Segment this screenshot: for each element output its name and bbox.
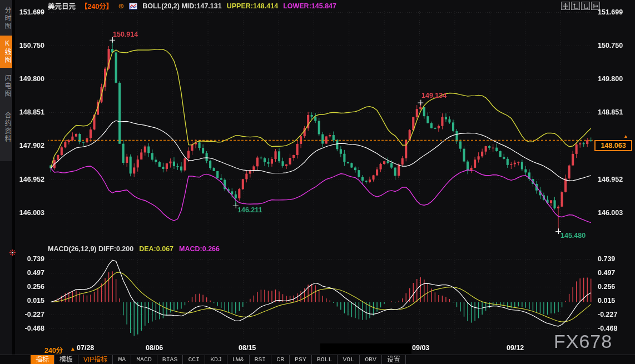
toolbar-item-indicators[interactable]: 指标 [31,355,54,364]
toolbar-item-rsi[interactable]: RSI [250,355,272,364]
price-axis-label: 151.699 [598,8,631,17]
price-axis-label: 147.902 [18,141,44,150]
fx678-watermark: FX678 [554,331,612,352]
symbol-title: 美元日元 [48,1,76,11]
macd-header: MACD(26,12,9) DIFF:0.200 DEA:0.067 MACD:… [48,245,220,253]
indicator-toolbar: 指标 模板 VIP指标 MA MACD BIAS CCI KDJ LW& RSI… [0,355,635,364]
y-axis-scale-icon[interactable] [571,2,580,10]
toolbar-item-settings[interactable]: 设置 [382,355,406,364]
trading-app-window: 分时图 K线图 闪电图 合约资料 美元日元 【240分】 ⊕ BOLL(20,2… [0,0,635,364]
macd-axis-label: 0.256 [598,282,631,291]
toolbar-item-ma[interactable]: MA [113,355,131,364]
price-axis-label: 146.003 [18,208,44,217]
macd-axis-label: 0.739 [598,255,631,263]
toolbar-item-vip-indicators[interactable]: VIP指标 [78,355,113,364]
macd-axis-label: 0.497 [598,268,631,277]
timeframe-selector[interactable]: 240分 [44,345,63,355]
macd-axis-label: 0.497 [18,268,44,277]
timeframe-arrow-icon[interactable]: ▲ [70,346,76,352]
macd-axis-label: 0.015 [18,296,44,305]
price-axis-label: 148.851 [598,108,631,117]
macd-readout: MACD(26,12,9) DIFF:0.200 [48,245,133,253]
pan-icon[interactable] [561,2,570,10]
macd-axis-label: 0.015 [598,296,631,305]
date-axis: 240分 ▲ 07/28 08/06 08/15 09/03 09/12 [0,343,635,355]
macd-axis-label: -0.227 [598,310,631,319]
date-tick-label: 08/15 [239,344,256,352]
price-axis-label: 149.800 [18,74,44,83]
toolbar-item-obv[interactable]: OBV [360,355,382,364]
high-annotation: 150.914 [113,31,138,38]
price-axis-label: 151.699 [18,8,44,17]
macd-axis-label: 0.256 [18,282,44,291]
price-axis-label: 149.800 [598,74,631,83]
date-tick-label: 09/03 [412,344,429,352]
sidebar-item-kline-chart[interactable]: K线图 [0,36,12,68]
price-axis-label: 150.750 [18,41,44,50]
price-axis-label: 150.750 [598,41,631,50]
price-axis-label: 146.952 [18,175,44,184]
toolbar-item-cr[interactable]: CR [271,355,290,364]
toolbar-item-boll[interactable]: BOLL [312,355,338,364]
macd-bar-readout: MACD:0.266 [179,245,220,253]
low-annotation: 145.480 [560,232,586,240]
collapse-indicator-icon[interactable]: ⊕ [118,2,124,10]
toolbar-item-cci[interactable]: CCI [183,355,205,364]
toolbar-item-templates[interactable]: 模板 [54,355,78,364]
price-axis-label: 148.851 [18,108,44,117]
sidebar-item-time-chart[interactable]: 分时图 [0,3,12,33]
date-tick-label: 08/06 [146,344,163,352]
boll-readout: BOLL(20,2) MID:147.131 [142,2,221,10]
macd-axis-label: -0.468 [18,324,44,333]
date-tick-label: 07/28 [77,344,94,352]
alert-flash-icon[interactable] [9,248,16,258]
interval-tag: 【240分】 [81,1,113,11]
sidebar-divider [12,0,15,364]
boll-upper-readout: UPPER:148.414 [227,2,278,10]
mini-chart-icon [129,3,137,9]
last-price-badge: 148.063 [594,140,632,151]
price-up-arrow-icon: ▲ [623,133,628,139]
price-axis-label: 146.003 [598,208,631,217]
boll-lower-readout: LOWER:145.847 [283,2,336,10]
sidebar-item-flash-chart[interactable]: 闪电图 [0,71,12,101]
macd-axis-label: 0.739 [18,255,44,263]
toolbar-item-lwr[interactable]: LW& [227,355,250,364]
price-macd-chart-canvas[interactable] [0,0,635,364]
toolbar-item-vol[interactable]: VOL [338,355,360,364]
chart-tool-buttons [561,2,600,10]
toolbar-item-psy[interactable]: PSY [290,355,312,364]
date-axis-mask [320,343,411,354]
low-annotation: 146.211 [237,206,262,214]
x-axis-scale-icon[interactable] [581,2,590,10]
toolbar-item-kdj[interactable]: KDJ [205,355,227,364]
high-annotation: 149.134 [421,92,447,99]
macd-axis-label: -0.227 [18,310,44,319]
sidebar-item-contract-info[interactable]: 合约资料 [0,107,12,148]
macd-dea-readout: DEA:0.067 [139,245,173,253]
toolbar-item-macd[interactable]: MACD [131,355,157,364]
date-tick-label: 09/12 [507,344,524,352]
toolbar-item-bias[interactable]: BIAS [157,355,183,364]
chart-header: 美元日元 【240分】 ⊕ BOLL(20,2) MID:147.131 UPP… [48,1,336,11]
price-axis-label: 146.952 [598,175,631,184]
